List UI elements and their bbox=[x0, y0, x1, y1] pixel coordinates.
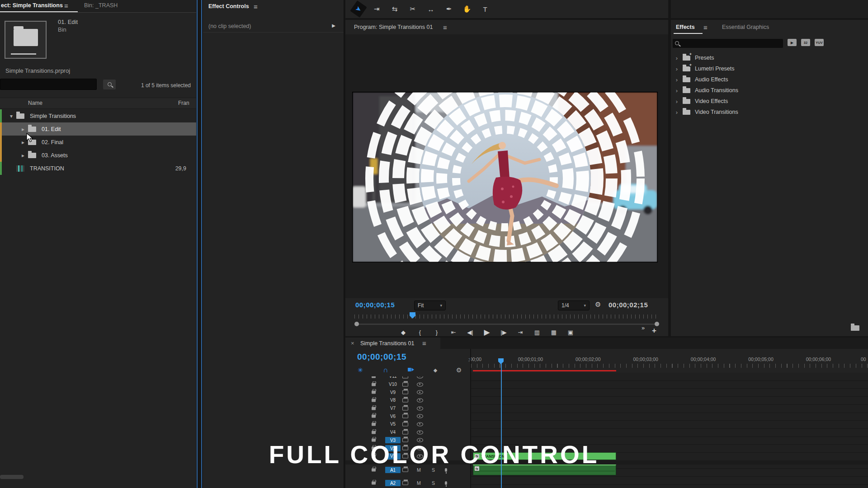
sync-lock-icon[interactable] bbox=[402, 430, 408, 434]
track-header-v5[interactable]: V5 bbox=[345, 420, 470, 428]
tab-bin-trash[interactable]: Bin: _TRASH bbox=[84, 2, 118, 9]
timeline-ruler[interactable]: ;00;0000;00;01;0000;00;02;0000;00;03;000… bbox=[345, 357, 868, 363]
voiceover-record-icon[interactable] bbox=[445, 481, 447, 485]
effects-bin-audio-effects[interactable]: ›Audio Effects bbox=[671, 74, 868, 85]
close-icon[interactable]: × bbox=[351, 340, 354, 347]
mark-out-button[interactable]: } bbox=[431, 326, 442, 338]
expander-closed-icon[interactable]: › bbox=[671, 98, 683, 105]
sync-lock-icon[interactable] bbox=[402, 406, 408, 410]
track-lock-icon[interactable] bbox=[372, 482, 376, 485]
expander-closed-icon[interactable]: › bbox=[671, 76, 683, 83]
program-monitor-title[interactable]: Program: Simple Transitions 01 bbox=[354, 24, 433, 30]
scrollbar-handle-right[interactable] bbox=[655, 322, 659, 326]
project-item-03-assets[interactable]: ▸03. Assets bbox=[0, 149, 196, 162]
sync-lock-icon[interactable] bbox=[402, 382, 408, 386]
go-to-in-button[interactable]: ⇤ bbox=[448, 326, 459, 338]
nest-toggle-icon[interactable]: ✳ bbox=[355, 365, 365, 375]
track-output-eye-icon[interactable] bbox=[417, 422, 423, 426]
export-frame-button[interactable]: ▣ bbox=[565, 326, 576, 338]
panel-arrow-icon[interactable]: ▶ bbox=[332, 23, 335, 28]
button-editor-add-icon[interactable]: + bbox=[652, 326, 656, 335]
overflow-menu-icon[interactable]: » bbox=[642, 324, 645, 331]
expander-closed-icon[interactable]: › bbox=[671, 109, 683, 116]
new-custom-bin-icon[interactable] bbox=[851, 325, 859, 331]
project-hscrollbar[interactable] bbox=[0, 475, 24, 479]
timeline-tab[interactable]: × Simple Transitions 01 ≡ bbox=[345, 338, 440, 349]
track-header-v10[interactable]: V10 bbox=[345, 380, 470, 389]
project-item-simple-transitions[interactable]: ▾Simple Transitions bbox=[0, 109, 196, 122]
snap-toggle-icon[interactable]: ∩ bbox=[381, 365, 391, 375]
track-header-v6[interactable]: V6 bbox=[345, 412, 470, 420]
mute-button[interactable]: M bbox=[417, 480, 421, 486]
track-output-eye-icon[interactable] bbox=[417, 382, 423, 386]
program-settings-icon[interactable]: ⚙ bbox=[595, 300, 601, 309]
step-forward-button[interactable]: |▶ bbox=[498, 326, 509, 338]
effects-search-input[interactable] bbox=[673, 39, 783, 48]
timeline-playhead-line[interactable] bbox=[501, 364, 502, 488]
timeline-settings-icon[interactable]: ⚙ bbox=[454, 365, 464, 375]
track-lock-icon[interactable] bbox=[372, 422, 376, 426]
sync-lock-icon[interactable] bbox=[402, 398, 408, 402]
expander-closed-icon[interactable]: › bbox=[671, 66, 683, 72]
ripple-edit-tool[interactable]: ⇆ bbox=[389, 3, 401, 15]
expander-closed-icon[interactable]: › bbox=[671, 55, 683, 61]
type-tool[interactable]: T bbox=[479, 3, 491, 15]
add-marker-icon[interactable]: ◆ bbox=[430, 365, 440, 375]
solo-button[interactable]: S bbox=[432, 480, 435, 486]
column-header-name[interactable]: Name bbox=[28, 100, 42, 106]
program-mini-ruler[interactable] bbox=[354, 314, 659, 319]
track-output-eye-icon[interactable] bbox=[417, 430, 423, 434]
track-target-button[interactable]: V11 bbox=[385, 376, 401, 380]
track-header-v11[interactable]: V11 bbox=[345, 376, 470, 380]
track-header-v4[interactable]: V4 bbox=[345, 428, 470, 436]
panel-splitter[interactable] bbox=[201, 0, 202, 488]
project-panel-menu-icon[interactable]: ≡ bbox=[64, 2, 68, 9]
track-output-eye-icon[interactable] bbox=[417, 398, 423, 402]
track-header-v9[interactable]: V9 bbox=[345, 388, 470, 396]
project-item-transition[interactable]: TRANSITION29,9 bbox=[0, 162, 196, 175]
tab-effect-controls[interactable]: Effect Controls bbox=[208, 3, 249, 9]
add-marker-button[interactable]: ◆ bbox=[398, 326, 409, 338]
timeline-menu-icon[interactable]: ≡ bbox=[422, 339, 426, 347]
expander-closed-icon[interactable]: › bbox=[671, 87, 683, 94]
play-button[interactable]: ▶ bbox=[481, 326, 492, 338]
track-output-eye-icon[interactable] bbox=[417, 390, 423, 394]
track-target-button[interactable]: V4 bbox=[385, 429, 401, 436]
track-lock-icon[interactable] bbox=[372, 431, 376, 434]
track-output-eye-icon[interactable] bbox=[417, 406, 423, 410]
column-header-frame-rate[interactable]: Fran bbox=[178, 100, 189, 106]
effects-bin-video-transitions[interactable]: ›Video Transitions bbox=[671, 107, 868, 117]
sync-lock-icon[interactable] bbox=[402, 376, 408, 378]
track-target-button[interactable]: V5 bbox=[385, 421, 401, 427]
expander-closed-icon[interactable]: ▸ bbox=[18, 152, 28, 159]
hand-tool[interactable]: ✋ bbox=[461, 3, 473, 15]
find-button[interactable] bbox=[103, 80, 116, 89]
expander-closed-icon[interactable]: ▸ bbox=[18, 126, 28, 132]
razor-tool[interactable]: ✂ bbox=[407, 3, 419, 15]
effects-bin-presets[interactable]: ›Presets bbox=[671, 52, 868, 63]
lift-button[interactable]: ▥ bbox=[532, 326, 542, 338]
track-lock-icon[interactable] bbox=[372, 391, 376, 394]
track-target-button[interactable]: V9 bbox=[385, 389, 401, 395]
effects-bin-lumetri-presets[interactable]: ›Lumetri Presets bbox=[671, 63, 868, 74]
zoom-level-dropdown[interactable]: Fit ▾ bbox=[414, 300, 446, 310]
track-target-button[interactable]: V6 bbox=[385, 413, 401, 419]
track-target-button[interactable]: V8 bbox=[385, 397, 401, 404]
program-scrollbar[interactable] bbox=[354, 322, 659, 326]
track-lock-icon[interactable] bbox=[372, 383, 376, 386]
track-output-eye-icon[interactable] bbox=[417, 376, 423, 378]
track-header-a2[interactable]: A2MS bbox=[345, 478, 470, 488]
extract-button[interactable]: ▦ bbox=[548, 326, 559, 338]
track-lock-icon[interactable] bbox=[372, 376, 376, 378]
track-lock-icon[interactable] bbox=[372, 407, 376, 410]
program-current-time[interactable]: 00;00;00;15 bbox=[355, 301, 395, 309]
expander-open-icon[interactable]: ▾ bbox=[6, 113, 16, 119]
effect-controls-menu-icon[interactable]: ≡ bbox=[254, 3, 258, 10]
effects-bin-audio-transitions[interactable]: ›Audio Transitions bbox=[671, 85, 868, 96]
selection-tool[interactable]: ➤ bbox=[350, 0, 367, 18]
playback-resolution-dropdown[interactable]: 1/4 ▾ bbox=[558, 300, 590, 310]
slip-tool[interactable]: ↔ bbox=[425, 3, 437, 15]
project-search-input[interactable] bbox=[0, 79, 97, 90]
go-to-out-button[interactable]: ⇥ bbox=[515, 326, 526, 338]
mark-in-button[interactable]: { bbox=[415, 326, 425, 338]
